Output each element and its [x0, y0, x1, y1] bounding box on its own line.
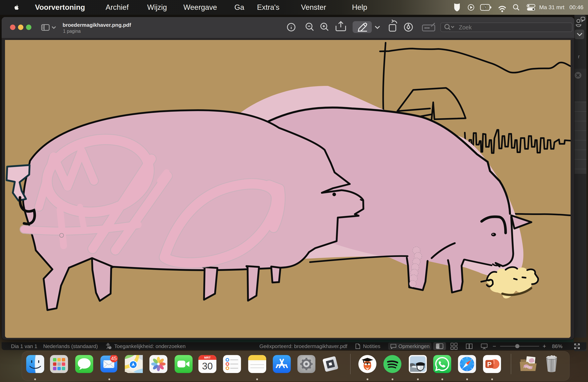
svg-text:30: 30 — [202, 361, 213, 371]
svg-text:r: r — [578, 54, 580, 59]
svg-text:45: 45 — [111, 356, 117, 361]
svg-text:P: P — [487, 361, 492, 368]
svg-text:MRT: MRT — [204, 356, 211, 359]
svg-text:!: ! — [110, 346, 110, 349]
svg-text:PDF: PDF — [525, 365, 531, 369]
